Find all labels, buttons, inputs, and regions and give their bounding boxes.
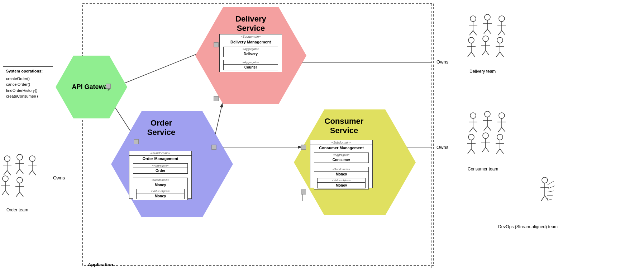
consumer-money-name: Money xyxy=(314,172,368,177)
delivery-agg-name: Delivery xyxy=(224,51,278,57)
courier-agg-stereotype: «Aggregate» xyxy=(224,60,278,65)
svg-line-12 xyxy=(7,170,11,175)
svg-point-58 xyxy=(497,37,503,43)
delivery-service-label: Delivery Service xyxy=(229,14,272,33)
svg-line-100 xyxy=(548,191,554,192)
svg-line-97 xyxy=(545,196,548,201)
consumer-team-figures xyxy=(462,111,534,158)
order-team-owns: Owns xyxy=(53,175,65,180)
svg-line-61 xyxy=(496,52,500,57)
consumer-money-vo-stereotype: «Value object» xyxy=(318,178,365,183)
svg-line-52 xyxy=(471,52,475,57)
svg-point-53 xyxy=(483,36,488,42)
delivery-subdomain-box: «Subdomain» Delivery Management «Aggrega… xyxy=(219,34,282,72)
consumer-subdomain-name: Consumer Management xyxy=(310,145,372,151)
svg-line-67 xyxy=(473,127,477,132)
order-money-vo-stereotype: «Value object» xyxy=(137,189,184,193)
svg-line-71 xyxy=(484,126,487,131)
system-ops-box: System operations: createOrder() cancelO… xyxy=(3,66,53,101)
svg-line-21 xyxy=(29,170,32,175)
svg-line-57 xyxy=(486,51,489,55)
svg-line-26 xyxy=(2,191,5,195)
svg-line-42 xyxy=(487,29,491,34)
svg-line-51 xyxy=(468,52,471,57)
op-2: cancelOrder() xyxy=(6,81,50,88)
consumer-team-label: Consumer team xyxy=(468,167,498,172)
svg-line-66 xyxy=(469,127,473,132)
order-agg-stereotype: «Aggregate» xyxy=(133,164,187,168)
connector-api xyxy=(106,84,111,89)
svg-point-73 xyxy=(499,113,505,118)
svg-line-87 xyxy=(486,147,489,152)
consumer-money-stereotype: «Subdomain» xyxy=(314,167,368,172)
delivery-subdomain-name: Delivery Management xyxy=(220,39,282,45)
svg-line-47 xyxy=(502,31,505,35)
order-money-vo-name: Money xyxy=(137,193,184,199)
order-service-label: Order Service xyxy=(140,118,183,137)
svg-line-37 xyxy=(473,31,477,35)
svg-point-38 xyxy=(485,14,490,20)
connector-delivery-bottom xyxy=(214,96,219,101)
svg-point-68 xyxy=(485,111,490,117)
svg-point-83 xyxy=(483,133,488,139)
svg-point-33 xyxy=(470,16,476,22)
consumer-money-vo-name: Money xyxy=(318,183,365,188)
connector-order-right xyxy=(211,145,216,150)
svg-line-16 xyxy=(16,169,20,174)
svg-line-11 xyxy=(4,170,7,175)
consumer-agg-stereotype: «Aggregate» xyxy=(314,153,368,157)
svg-point-63 xyxy=(470,113,476,118)
svg-line-41 xyxy=(484,29,487,34)
svg-line-22 xyxy=(32,170,36,175)
order-subdomain-stereotype: «Subdomain» xyxy=(129,151,191,156)
svg-line-27 xyxy=(5,191,9,195)
svg-line-82 xyxy=(471,149,475,154)
courier-agg-name: Courier xyxy=(224,65,278,70)
svg-point-93 xyxy=(542,177,548,183)
consumer-service-label: Consumer Service xyxy=(319,117,369,135)
svg-point-8 xyxy=(4,156,10,161)
svg-point-13 xyxy=(17,154,23,160)
svg-line-86 xyxy=(482,147,486,152)
svg-line-36 xyxy=(469,31,473,35)
svg-line-56 xyxy=(482,51,486,55)
consumer-money-subdomain-box: «Subdomain» Money «Value object» Money xyxy=(314,167,369,189)
svg-line-91 xyxy=(496,149,500,154)
ops-label: System operations: xyxy=(6,68,50,74)
consumer-aggregate-box: «Aggregate» Consumer xyxy=(314,153,369,163)
connector-consumer-bottom xyxy=(301,189,306,194)
svg-point-28 xyxy=(17,177,23,183)
devops-team-figure xyxy=(534,176,555,219)
devops-team-label: DevOps (Stream-aligned) team xyxy=(498,224,558,229)
svg-line-76 xyxy=(498,127,502,132)
order-team-figures xyxy=(0,154,50,197)
svg-point-18 xyxy=(29,156,35,161)
consumer-management-box: «Subdomain» Consumer Management «Aggrega… xyxy=(310,140,373,188)
svg-line-77 xyxy=(502,127,505,132)
svg-line-92 xyxy=(500,149,504,154)
application-label: Application xyxy=(88,262,113,267)
op-1: createOrder() xyxy=(6,76,50,82)
svg-point-23 xyxy=(3,176,8,182)
svg-line-99 xyxy=(548,186,555,188)
order-money-stereotype: «Subdomain» xyxy=(133,178,187,182)
svg-line-98 xyxy=(548,181,554,185)
order-money-name: Money xyxy=(133,182,187,188)
diagram: Application System operations: createOrd… xyxy=(0,0,644,272)
api-gateway-label: API Gateway xyxy=(72,83,111,91)
svg-line-17 xyxy=(20,169,23,174)
courier-aggregate-box: «Aggregate» Courier xyxy=(223,60,278,70)
svg-line-46 xyxy=(498,31,502,35)
svg-line-96 xyxy=(541,196,545,201)
svg-line-72 xyxy=(487,126,491,131)
delivery-team-label: Delivery team xyxy=(469,69,496,74)
order-subdomain-name: Order Management xyxy=(129,156,191,161)
svg-point-78 xyxy=(468,134,474,140)
svg-line-31 xyxy=(16,192,20,197)
delivery-subdomain-stereotype: «Subdomain» xyxy=(220,34,282,39)
order-team-label: Order team xyxy=(6,207,28,212)
svg-line-32 xyxy=(20,192,23,197)
svg-point-43 xyxy=(499,16,505,22)
connector-delivery-top xyxy=(214,42,219,47)
delivery-agg-stereotype: «Aggregate» xyxy=(224,47,278,51)
